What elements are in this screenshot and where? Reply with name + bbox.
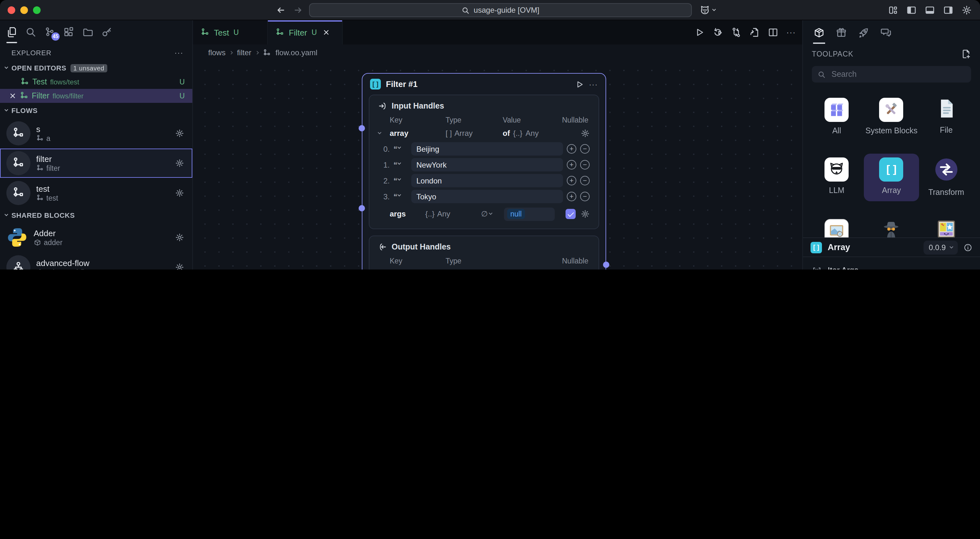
string-type-icon[interactable]: “ <box>393 192 407 201</box>
flow-card-s[interactable]: s a <box>0 119 192 148</box>
toolpack-category-llm[interactable]: LLM <box>809 154 864 201</box>
editor-more-actions[interactable]: ··· <box>786 28 796 37</box>
item-value-input[interactable] <box>411 174 563 187</box>
split-editor-icon[interactable] <box>768 27 778 37</box>
remove-item-button[interactable]: − <box>580 144 590 154</box>
input-handle-port-args[interactable] <box>359 205 365 211</box>
toolpack-search[interactable] <box>812 66 971 83</box>
customize-layout-icon[interactable] <box>888 5 898 15</box>
run-flow-icon[interactable] <box>694 27 705 37</box>
toggle-right-panel-icon[interactable] <box>943 5 953 15</box>
settings-gear-icon[interactable] <box>962 5 972 15</box>
node-run-icon[interactable] <box>575 80 584 89</box>
add-item-button[interactable]: + <box>567 176 576 185</box>
compare-changes-icon[interactable] <box>731 27 741 37</box>
toolpack-category-picture[interactable] <box>919 215 974 238</box>
minimize-window-button[interactable] <box>20 6 28 14</box>
add-item-button[interactable]: + <box>567 192 576 201</box>
breadcrumb-flows[interactable]: flows <box>208 48 226 57</box>
shared-block-adder[interactable]: Adder adder <box>0 223 192 252</box>
col-value: Value <box>503 116 558 124</box>
toolpack-category-detective[interactable] <box>864 215 919 238</box>
toolpack-category-transform[interactable]: Transform <box>919 154 974 201</box>
remove-item-button[interactable]: − <box>580 176 590 185</box>
string-type-icon[interactable]: “ <box>393 144 407 153</box>
string-type-icon[interactable]: “ <box>393 160 407 169</box>
flows-section-header[interactable]: FLOWS <box>0 103 192 118</box>
remove-item-button[interactable]: − <box>580 160 590 169</box>
pet-menu[interactable] <box>700 5 715 15</box>
explorer-tab-icon[interactable] <box>6 27 17 37</box>
breadcrumb-filter[interactable]: filter <box>237 48 251 57</box>
explorer-more-actions[interactable]: ··· <box>175 49 183 56</box>
item-value-input[interactable] <box>411 158 563 171</box>
key-tab-icon[interactable] <box>102 27 112 37</box>
rocket-tab-icon[interactable] <box>858 27 869 38</box>
version-dropdown[interactable]: 0.0.9 <box>924 240 958 254</box>
rerun-flow-icon[interactable] <box>713 27 723 37</box>
right-activity-strip <box>803 20 980 45</box>
filter-node[interactable]: [ ] Filter #1 ··· Input Handles <box>362 73 606 270</box>
transform-icon <box>934 158 958 183</box>
args-value-field[interactable]: null <box>504 207 555 221</box>
shared-blocks-header[interactable]: SHARED BLOCKS <box>0 208 192 222</box>
flow-canvas[interactable]: [ ] Filter #1 ··· Input Handles <box>193 61 802 270</box>
collapse-array-icon[interactable] <box>378 131 381 134</box>
null-type-selector[interactable]: ∅ <box>481 209 504 218</box>
flow-settings-icon[interactable] <box>175 129 184 138</box>
toolpack-category-preview[interactable] <box>809 215 864 238</box>
string-type-icon[interactable]: “ <box>393 176 407 185</box>
open-editor-filter[interactable]: Filter flows/filter U <box>0 89 192 103</box>
zoom-window-button[interactable] <box>33 6 41 14</box>
add-item-button[interactable]: + <box>567 144 576 154</box>
editor-tab-test[interactable]: Test U <box>193 20 268 45</box>
block-item-iter-args[interactable]: [x] Iter Args <box>803 261 980 270</box>
folder-tab-icon[interactable] <box>83 27 93 37</box>
null-chip: null <box>507 209 525 219</box>
breadcrumb-file[interactable]: flow.oo.yaml <box>275 48 317 57</box>
flow-card-filter[interactable]: filter filter <box>0 148 192 178</box>
close-icon[interactable] <box>9 92 16 100</box>
item-value-input[interactable] <box>411 190 563 203</box>
open-file-changes-icon[interactable] <box>749 27 760 37</box>
add-item-button[interactable]: + <box>567 160 576 169</box>
close-window-button[interactable] <box>8 6 15 14</box>
toolpack-category-system-blocks[interactable]: System Blocks <box>864 94 919 140</box>
block-settings-icon[interactable] <box>175 233 184 242</box>
flow-settings-icon[interactable] <box>175 159 184 167</box>
flows-graph-tab-icon[interactable]: 45 <box>45 27 55 37</box>
shared-block-advanced-flow[interactable]: advanced-flow advanced-flow <box>0 253 192 270</box>
editor-tab-filter[interactable]: Filter U <box>268 20 343 45</box>
toolpack-category-all[interactable]: All <box>809 94 864 140</box>
toolpack-category-file[interactable]: File <box>919 94 974 140</box>
history-forward-button[interactable] <box>293 5 303 15</box>
item-index: 1. <box>378 160 390 169</box>
toolpack-category-array[interactable]: [ ] Array <box>864 154 919 201</box>
command-center-search[interactable]: usage-guide [OVM] <box>309 3 692 17</box>
open-editor-test[interactable]: Test flows/test U <box>0 75 192 89</box>
history-back-button[interactable] <box>275 5 286 15</box>
node-more-actions[interactable]: ··· <box>589 80 598 88</box>
args-settings-icon[interactable] <box>581 209 590 218</box>
close-tab-icon[interactable] <box>323 29 330 36</box>
flow-card-test[interactable]: test test <box>0 179 192 207</box>
input-handle-port-array[interactable] <box>359 125 365 131</box>
package-info-icon[interactable] <box>964 243 972 252</box>
open-editors-header[interactable]: OPEN EDITORS 1 unsaved <box>0 61 192 75</box>
toggle-left-panel-icon[interactable] <box>906 5 916 15</box>
new-toolpack-icon[interactable] <box>961 49 971 59</box>
toolpack-search-field[interactable] <box>830 69 966 79</box>
flow-settings-icon[interactable] <box>175 188 184 198</box>
gift-tab-icon[interactable] <box>836 27 847 38</box>
nullable-checkbox[interactable] <box>566 209 576 219</box>
block-settings-icon[interactable] <box>175 263 184 270</box>
search-tab-icon[interactable] <box>25 27 36 37</box>
handle-settings-icon[interactable] <box>581 129 590 138</box>
toolpack-tab-icon[interactable] <box>814 27 824 38</box>
remove-item-button[interactable]: − <box>580 192 590 201</box>
toggle-bottom-panel-icon[interactable] <box>925 5 935 15</box>
extensions-tab-icon[interactable] <box>64 27 74 37</box>
chat-tab-icon[interactable] <box>880 27 891 38</box>
item-value-input[interactable] <box>411 142 563 156</box>
output-handle-port-array[interactable] <box>603 262 609 268</box>
